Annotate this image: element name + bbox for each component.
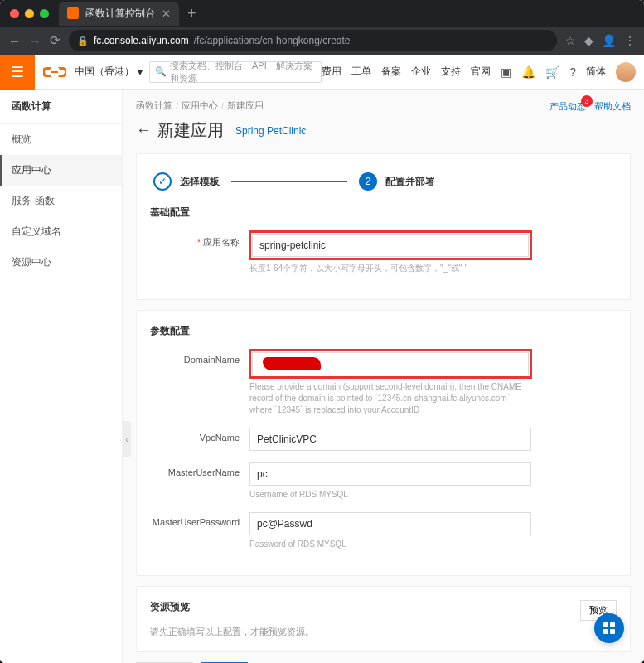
header-link-enterprise[interactable]: 企业	[411, 65, 431, 79]
new-tab-button[interactable]: +	[187, 5, 196, 22]
search-icon: 🔍	[155, 66, 167, 77]
resource-preview-title: 资源预览	[150, 600, 617, 614]
profile-icon[interactable]: 👤	[602, 34, 616, 47]
svg-rect-2	[603, 629, 608, 634]
resource-preview-hint: 请先正确填写以上配置，才能预览资源。	[150, 626, 617, 638]
sidebar: 函数计算 概览 应用中心 服务-函数 自定义域名 资源中心	[0, 90, 123, 663]
sidebar-item-services[interactable]: 服务-函数	[0, 186, 122, 216]
header-link-site[interactable]: 官网	[471, 65, 491, 79]
step-1-done-icon: ✓	[153, 172, 172, 191]
master-user-input[interactable]	[249, 462, 531, 486]
nav-forward-icon[interactable]: →	[29, 34, 41, 48]
region-selector[interactable]: 中国（香港） ▾	[75, 65, 143, 79]
header-link-icp[interactable]: 备案	[381, 65, 401, 79]
header-link-support[interactable]: 支持	[441, 65, 461, 79]
master-user-hint: Username of RDS MYSQL	[249, 489, 531, 501]
domain-name-hint: Please provide a domain (support second-…	[249, 381, 531, 416]
help-docs-link[interactable]: 帮助文档	[594, 100, 631, 113]
steps-indicator: ✓ 选择模板 2 配置并部署	[150, 167, 617, 206]
cloudshell-icon[interactable]: ▣	[501, 65, 511, 79]
aliyun-logo[interactable]	[41, 63, 68, 81]
step-2-active: 2	[359, 172, 377, 191]
svg-rect-0	[603, 622, 608, 627]
nav-back-icon[interactable]: ←	[8, 34, 21, 48]
cart-icon[interactable]: 🛒	[545, 65, 559, 79]
sidebar-item-custom-domain[interactable]: 自定义域名	[0, 216, 122, 247]
master-password-input[interactable]	[249, 512, 531, 535]
basic-config-title: 基础配置	[150, 206, 617, 220]
master-user-label: MasterUserName	[150, 462, 249, 477]
lock-icon: 🔒	[77, 36, 89, 46]
domain-name-label: DomainName	[150, 350, 249, 365]
master-password-label: MasterUserPassword	[150, 512, 249, 527]
param-config-title: 参数配置	[150, 324, 617, 338]
browser-tab[interactable]: 函数计算控制台 ✕	[59, 2, 179, 26]
header-search-input[interactable]: 🔍 搜索文档、控制台、API、解决方案和资源	[149, 61, 322, 83]
lang-switch[interactable]: 简体	[586, 65, 606, 79]
apps-fab-button[interactable]	[594, 613, 624, 643]
notification-icon[interactable]: 🔔	[521, 65, 535, 79]
vpc-name-input[interactable]	[249, 428, 531, 451]
window-maximize[interactable]	[40, 9, 49, 18]
sidebar-title: 函数计算	[0, 90, 122, 124]
region-label: 中国（香港）	[75, 65, 134, 79]
bookmark-icon[interactable]: ☆	[565, 34, 576, 47]
breadcrumb-item[interactable]: 函数计算	[136, 99, 172, 112]
extension-icon[interactable]: ◆	[584, 34, 593, 47]
svg-rect-1	[610, 622, 615, 627]
back-arrow-icon[interactable]: ←	[136, 122, 151, 139]
app-name-hint: 长度1-64个字符，以大小写字母开头，可包含数字，"_"或"-"	[249, 263, 531, 274]
app-name-input[interactable]	[252, 234, 529, 257]
browser-menu-icon[interactable]: ⋮	[624, 34, 636, 47]
url-input[interactable]: 🔒 fc.console.aliyun.com/fc/applications/…	[69, 30, 557, 51]
nav-reload-icon[interactable]: ⟳	[50, 33, 61, 48]
breadcrumb-item: 新建应用	[227, 99, 264, 112]
url-path: /fc/applications/cn-hongkong/create	[194, 35, 351, 46]
sidebar-collapse-handle[interactable]: ‹	[123, 421, 131, 457]
highlight-annotation	[249, 349, 532, 379]
app-name-label: 应用名称	[150, 231, 249, 249]
domain-name-input[interactable]	[252, 352, 529, 375]
url-host: fc.console.aliyun.com	[94, 35, 189, 46]
breadcrumb-item[interactable]: 应用中心	[182, 99, 218, 112]
page-subtitle: Spring PetClinic	[235, 125, 306, 137]
step-2-label: 配置并部署	[385, 175, 435, 189]
help-icon[interactable]: ?	[569, 65, 576, 79]
chevron-down-icon: ▾	[138, 66, 143, 78]
master-password-hint: Password of RDS MYSQL	[249, 539, 531, 550]
page-title: 新建应用	[157, 119, 224, 142]
window-minimize[interactable]	[25, 9, 34, 18]
nav-menu-button[interactable]: ☰	[0, 55, 35, 90]
updates-badge: 3	[581, 95, 593, 107]
tab-favicon	[67, 7, 79, 19]
console-header: ☰ 中国（香港） ▾ 🔍 搜索文档、控制台、API、解决方案和资源 费用 工单 …	[0, 55, 644, 90]
sidebar-item-overview[interactable]: 概览	[0, 124, 122, 155]
header-link-billing[interactable]: 费用	[322, 65, 341, 79]
sidebar-item-resources[interactable]: 资源中心	[0, 247, 122, 278]
content-area: 函数计算/ 应用中心/ 新建应用 产品动态 3 帮助文档 ← 新建应用 Spri…	[123, 90, 644, 663]
window-titlebar: 函数计算控制台 ✕ +	[0, 0, 644, 27]
redacted-value	[263, 357, 321, 370]
vpc-name-label: VpcName	[150, 428, 249, 443]
search-placeholder: 搜索文档、控制台、API、解决方案和资源	[170, 60, 316, 85]
sidebar-item-app-center[interactable]: 应用中心	[0, 155, 122, 186]
svg-rect-3	[610, 629, 615, 634]
window-close[interactable]	[10, 9, 19, 18]
product-updates-link[interactable]: 产品动态 3	[550, 100, 586, 113]
step-1-label: 选择模板	[180, 175, 220, 189]
tab-close-icon[interactable]: ✕	[162, 7, 171, 20]
avatar[interactable]	[616, 62, 636, 82]
highlight-annotation	[249, 230, 532, 260]
tab-title: 函数计算控制台	[85, 7, 155, 21]
browser-address-bar: ← → ⟳ 🔒 fc.console.aliyun.com/fc/applica…	[0, 27, 644, 55]
header-link-tickets[interactable]: 工单	[351, 65, 371, 79]
